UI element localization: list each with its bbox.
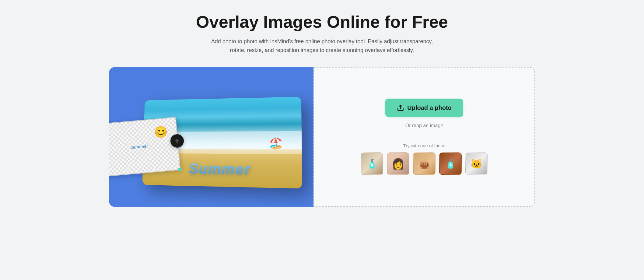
try-section: Try with one of these <box>326 143 522 175</box>
try-label: Try with one of these <box>403 143 446 148</box>
smiley-emoji: 😊 <box>154 126 168 138</box>
upload-icon <box>397 104 404 111</box>
sample-images-list <box>361 152 488 175</box>
sample-image-woman[interactable] <box>387 152 409 175</box>
beach-summer-text: Summer <box>188 160 250 178</box>
overlay-card-preview: Summer <box>109 117 181 177</box>
plus-icon: + <box>170 134 184 148</box>
sample-image-bottle[interactable] <box>439 152 462 175</box>
overlay-summer-text: Summer <box>131 144 148 150</box>
upload-button-label: Upload a photo <box>407 104 452 111</box>
page-title: Overlay Images Online for Free <box>127 12 517 32</box>
upload-panel: Upload a photo Or drop an image Try with… <box>313 67 535 207</box>
ball-emoji: 🏖️ <box>269 137 283 150</box>
page-header: Overlay Images Online for Free Add photo… <box>109 12 535 55</box>
sample-image-bag[interactable] <box>413 152 436 175</box>
sample-image-oils[interactable] <box>361 152 383 175</box>
upload-photo-button[interactable]: Upload a photo <box>385 99 463 117</box>
sample-image-cat[interactable] <box>465 152 488 175</box>
drop-text: Or drop an image <box>405 123 443 128</box>
preview-panel: Summer + 😊 Summer 🏖️ <box>109 67 313 207</box>
page-wrapper: Overlay Images Online for Free Add photo… <box>109 12 535 207</box>
main-content: Summer + 😊 Summer 🏖️ <box>109 67 535 207</box>
page-subtitle: Add photo to photo with insMind's free o… <box>203 37 441 55</box>
